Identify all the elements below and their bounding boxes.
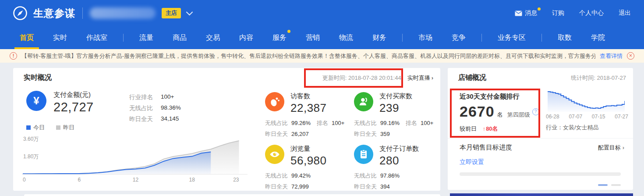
nav-item-war-room[interactable]: 作战室 [86, 26, 107, 49]
kpi-stats-row: 昨日全天394 [354, 183, 443, 191]
nav-item-data-extract[interactable]: 取数 [558, 26, 572, 49]
divider [402, 34, 403, 42]
kpi-stats: 无线占比99.16%排名100+昨日全天359 [354, 119, 443, 138]
divider [448, 138, 633, 139]
nav-label: 营销 [306, 34, 320, 41]
kpi-label: 支付子订单数 [379, 145, 419, 153]
help-question-icon[interactable]: ? [532, 108, 539, 115]
nav-label: 商品 [173, 34, 187, 41]
nav-item-marketing[interactable]: 营销 [306, 26, 320, 49]
stat-label: 昨日全天 [354, 183, 377, 190]
stat-label: 无线占比 [129, 104, 161, 112]
industry-label: 行业：女装/女士精品 [546, 124, 599, 132]
chevron-down-icon[interactable] [186, 8, 193, 15]
set-now-link[interactable]: 立即设置 [460, 158, 484, 166]
legend-item: 今日 [26, 124, 45, 132]
svg-text:0: 0 [23, 177, 26, 183]
kpi-stats: 无线占比99.26%排名100+昨日全天26,207 [265, 119, 354, 138]
kpi-label: 支付买家数 [379, 92, 412, 100]
kpi-value: 22,727 [53, 100, 94, 114]
kpi-text: 支付买家数239 [379, 92, 412, 115]
stat-label: 排名 [317, 120, 328, 126]
buyer-icon [354, 92, 373, 111]
kpi-header: 浏览量56,980 [265, 145, 354, 167]
pager-dash-active[interactable] [598, 184, 608, 186]
divider [481, 34, 482, 42]
kpi-payment-amount: ¥ 支付金额(元) 22,727 [26, 91, 94, 114]
nav-item-traffic[interactable]: 流量 [139, 26, 153, 49]
kpi-stats-row: 无线占比99.42% [265, 172, 354, 180]
kpi-header: 支付子订单数280 [354, 145, 443, 167]
stat-label: 昨日全天 [129, 115, 161, 123]
nav-label: 首页 [20, 34, 34, 41]
rank-row: 2670 名 第四层级 ? [460, 103, 539, 120]
nav-item-realtime[interactable]: 实时 [53, 26, 67, 49]
pager-dash[interactable] [611, 184, 621, 186]
date-tick: 06-28 [546, 114, 559, 120]
nav-label: 物流 [339, 34, 353, 41]
notice-detail-link[interactable]: 查看详情 [600, 52, 623, 60]
change-value: 80名 [486, 125, 498, 132]
nav-item-finance[interactable]: 财务 [372, 26, 386, 49]
kpi-stats: 无线占比97.86%昨日全天394 [354, 172, 443, 191]
kpi-label: 访客数 [290, 92, 327, 100]
divider [541, 34, 542, 42]
eye-icon [265, 145, 284, 164]
payment-trend-chart: 1.80万3.60万06121823 [22, 134, 252, 185]
nav-label: 取数 [558, 34, 572, 41]
configure-goal-link[interactable]: 配置目标› [598, 144, 624, 152]
svg-text:23: 23 [233, 177, 239, 183]
top-menu-profile[interactable]: 个人中心 [579, 9, 604, 17]
stat-value: 394 [380, 183, 390, 190]
nav-item-trade[interactable]: 交易 [206, 26, 220, 49]
nav-item-content[interactable]: 内容 [239, 26, 253, 49]
change-label: 较前日 [460, 125, 477, 132]
divider [123, 34, 124, 42]
top-menu-logout[interactable]: 退出 [619, 9, 631, 17]
stat-value: 26,207 [291, 131, 309, 137]
live-broadcast-link[interactable]: 实时直播› [407, 74, 433, 82]
stat-label: 排名 [406, 120, 417, 126]
stat-label: 无线占比 [265, 172, 288, 179]
legend-swatch [26, 125, 31, 130]
top-menu-label: 消息 [525, 9, 537, 17]
nav-label: 学院 [591, 34, 605, 41]
nav-item-product[interactable]: 商品 [173, 26, 187, 49]
divider [82, 7, 83, 19]
shop-overview-panel: 店铺概况 统计时间: 2018-07-27 近30天支付金额排行 2670 名 … [448, 68, 633, 190]
nav-label: 竞争 [452, 34, 466, 41]
kpi-text: 访客数22,387 [290, 92, 327, 115]
legend-label: 今日 [33, 124, 45, 131]
brand-name: 生意参谋 [33, 7, 75, 20]
stat-value: 99.42% [291, 172, 311, 179]
kpi-header: 支付买家数239 [354, 92, 443, 115]
top-header: 生意参谋 主店 消息订购个人中心退出 [0, 0, 644, 26]
nav-item-home[interactable]: 首页 [20, 26, 34, 49]
close-icon[interactable]: × [627, 52, 634, 60]
mail-icon [515, 11, 522, 16]
stat-time: 统计时间: 2018-07-27 [571, 74, 626, 82]
top-menu-messages[interactable]: 消息 [515, 9, 537, 17]
nav-item-market[interactable]: 市场 [418, 26, 432, 49]
stat-label: 昨日全天 [354, 131, 377, 137]
stat-value: 97.86% [380, 172, 400, 179]
top-menu-subscribe[interactable]: 订购 [552, 9, 564, 17]
nav-item-service[interactable]: 服务 [272, 26, 287, 49]
nav-item-logistics[interactable]: 物流 [339, 26, 353, 49]
chevron-right-icon: › [432, 75, 433, 81]
svg-text:6: 6 [78, 177, 81, 183]
stat-row: 昨日全天34,145 [129, 115, 181, 123]
top-menu-label: 退出 [619, 9, 631, 17]
stat-label: 无线占比 [354, 172, 377, 179]
svg-text:3.60万: 3.60万 [23, 136, 39, 142]
kpi-value: 22,387 [290, 101, 327, 115]
nav-item-business-zone[interactable]: 业务专区 [498, 26, 526, 49]
top-menu-label: 订购 [552, 9, 564, 17]
main-nav: 首页实时作战室流量商品交易内容服务营销物流财务市场竞争业务专区取数学院 [0, 26, 644, 49]
kpi-header: 访客数22,387 [265, 92, 354, 115]
nav-item-academy[interactable]: 学院 [591, 26, 605, 49]
rank-chart-dates: 06-2807-0707-1507-27 [546, 114, 628, 120]
nav-item-competition[interactable]: 竞争 [452, 26, 466, 49]
update-time: 更新时间: 2018-07-28 20:01:44 [322, 74, 401, 82]
brand[interactable]: 生意参谋 [12, 5, 75, 21]
